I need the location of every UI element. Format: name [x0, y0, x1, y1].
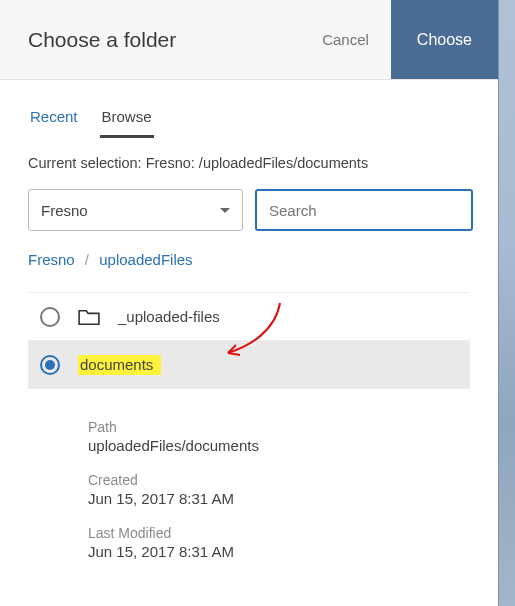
- selection-prefix: Current selection:: [28, 155, 146, 171]
- modal-body: Recent Browse Current selection: Fresno:…: [0, 80, 498, 560]
- breadcrumb-item[interactable]: uploadedFiles: [99, 251, 192, 268]
- site-select[interactable]: Fresno: [28, 189, 243, 231]
- header-actions: Cancel Choose: [300, 0, 498, 79]
- detail-modified: Last Modified Jun 15, 2017 8:31 AM: [88, 525, 470, 560]
- detail-path: Path uploadedFiles/documents: [88, 419, 470, 454]
- detail-label: Created: [88, 472, 470, 488]
- folder-row[interactable]: documents: [28, 341, 470, 389]
- folder-icon: [78, 308, 100, 326]
- choose-folder-modal: Choose a folder Cancel Choose Recent Bro…: [0, 0, 498, 606]
- detail-value: Jun 15, 2017 8:31 AM: [88, 543, 470, 560]
- site-select-value: Fresno: [41, 202, 88, 219]
- breadcrumb: Fresno / uploadedFiles: [28, 251, 470, 268]
- detail-value: Jun 15, 2017 8:31 AM: [88, 490, 470, 507]
- modal-title: Choose a folder: [28, 28, 176, 52]
- modal-header: Choose a folder Cancel Choose: [0, 0, 498, 80]
- radio-icon[interactable]: [40, 307, 60, 327]
- background-edge: [498, 0, 515, 606]
- tab-recent[interactable]: Recent: [28, 102, 80, 138]
- folder-row[interactable]: _uploaded-files: [28, 293, 470, 341]
- detail-label: Path: [88, 419, 470, 435]
- folder-name: _uploaded-files: [118, 308, 220, 325]
- detail-created: Created Jun 15, 2017 8:31 AM: [88, 472, 470, 507]
- controls-row: Fresno: [28, 189, 470, 231]
- search-input[interactable]: [255, 189, 473, 231]
- folder-name: documents: [80, 356, 153, 373]
- cancel-button[interactable]: Cancel: [300, 0, 391, 79]
- breadcrumb-item[interactable]: Fresno: [28, 251, 75, 268]
- tab-browse[interactable]: Browse: [100, 102, 154, 138]
- folder-details: Path uploadedFiles/documents Created Jun…: [28, 389, 470, 560]
- detail-label: Last Modified: [88, 525, 470, 541]
- tabs: Recent Browse: [28, 102, 470, 139]
- choose-button[interactable]: Choose: [391, 0, 498, 79]
- chevron-down-icon: [220, 208, 230, 213]
- breadcrumb-sep: /: [85, 251, 89, 268]
- detail-value: uploadedFiles/documents: [88, 437, 470, 454]
- current-selection: Current selection: Fresno: /uploadedFile…: [28, 155, 470, 171]
- folder-list: _uploaded-files documents: [28, 292, 470, 389]
- radio-icon[interactable]: [40, 355, 60, 375]
- annotation-highlight: documents: [78, 355, 161, 375]
- selection-value: Fresno: /uploadedFiles/documents: [146, 155, 368, 171]
